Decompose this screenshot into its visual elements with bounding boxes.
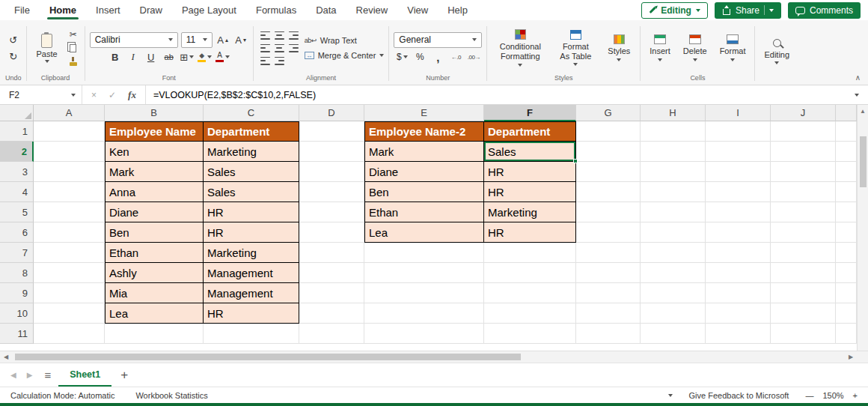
merge-center-button[interactable]: ↔ Merge & Center	[305, 49, 385, 62]
cell-B1[interactable]: Employee Name	[105, 121, 204, 142]
cell-G11[interactable]	[576, 324, 641, 344]
wrap-text-button[interactable]: ab↩ Wrap Text	[305, 34, 385, 47]
increase-font-size-button[interactable]: A▴	[216, 33, 230, 47]
cell-B6[interactable]: Ben	[105, 222, 204, 243]
scroll-right-icon[interactable]: ▶	[845, 351, 857, 363]
row-header-6[interactable]: 6	[0, 222, 34, 243]
cell-I8[interactable]	[706, 263, 771, 283]
cell-F5[interactable]: Marketing	[484, 202, 576, 222]
zoom-in-button[interactable]: +	[853, 391, 858, 400]
cell-A5[interactable]	[34, 202, 105, 222]
copy-button[interactable]	[67, 42, 80, 55]
cell-C5[interactable]: HR	[204, 202, 299, 222]
menu-tab-insert[interactable]: Insert	[86, 0, 130, 20]
cell-A1[interactable]	[34, 121, 105, 142]
cell-D9[interactable]	[299, 283, 364, 303]
name-box[interactable]: F2	[0, 85, 82, 104]
previous-sheet-icon[interactable]: ◀	[6, 363, 21, 387]
currency-format-button[interactable]: $	[394, 50, 409, 64]
cell-D2[interactable]	[299, 142, 364, 162]
cell-E8[interactable]	[364, 263, 484, 283]
strikethrough-button[interactable]: ab	[162, 50, 177, 64]
decrease-decimal-button[interactable]: .00→	[466, 50, 481, 64]
row-header-5[interactable]: 5	[0, 202, 34, 222]
cell-D6[interactable]	[299, 222, 364, 243]
cell-A4[interactable]	[34, 182, 105, 202]
bold-button[interactable]: B	[108, 50, 123, 64]
row-header-10[interactable]: 10	[0, 303, 34, 324]
cell-I2[interactable]	[706, 142, 771, 162]
cell-G3[interactable]	[576, 162, 641, 182]
number-format-select[interactable]: General	[394, 32, 482, 48]
cell-I6[interactable]	[706, 222, 771, 243]
cell-D4[interactable]	[299, 182, 364, 202]
cell-I11[interactable]	[706, 324, 771, 344]
cell-F1[interactable]: Department	[484, 121, 576, 142]
cell-C11[interactable]	[204, 324, 299, 344]
cell-E4[interactable]: Ben	[364, 182, 484, 202]
column-header-H[interactable]: H	[641, 105, 706, 121]
cell-G1[interactable]	[576, 121, 641, 142]
cell-B5[interactable]: Diane	[105, 202, 204, 222]
cell-H1[interactable]	[641, 121, 706, 142]
format-painter-button[interactable]	[67, 55, 80, 68]
cell-I5[interactable]	[706, 202, 771, 222]
cell-J10[interactable]	[771, 303, 836, 324]
cell-J5[interactable]	[771, 202, 836, 222]
cell-H4[interactable]	[641, 182, 706, 202]
column-header-E[interactable]: E	[364, 105, 484, 121]
cell-E1[interactable]: Employee Name-2	[364, 121, 484, 142]
row-header-9[interactable]: 9	[0, 283, 34, 303]
font-color-button[interactable]: A	[216, 50, 230, 64]
all-sheets-menu-icon[interactable]: ≡	[38, 363, 57, 387]
cell-E6[interactable]: Lea	[364, 222, 484, 243]
cell-B7[interactable]: Ethan	[105, 243, 204, 263]
feedback-link[interactable]: Give Feedback to Microsoft	[689, 391, 789, 400]
cell-I1[interactable]	[706, 121, 771, 142]
menu-tab-formulas[interactable]: Formulas	[246, 0, 306, 20]
cell-J2[interactable]	[771, 142, 836, 162]
cell-F9[interactable]	[484, 283, 576, 303]
cell-D5[interactable]	[299, 202, 364, 222]
editing-mode-button[interactable]: Editing	[641, 2, 708, 19]
cell-I4[interactable]	[706, 182, 771, 202]
cell-C9[interactable]: Management	[204, 283, 299, 303]
cell-C7[interactable]: Marketing	[204, 243, 299, 263]
cell-C4[interactable]: Sales	[204, 182, 299, 202]
delete-cells-button[interactable]: Delete	[679, 33, 712, 63]
cell-F3[interactable]: HR	[484, 162, 576, 182]
collapse-ribbon-button[interactable]: ∧	[855, 73, 861, 82]
format-cells-button[interactable]: Format	[715, 33, 751, 63]
menu-tab-page-layout[interactable]: Page Layout	[172, 0, 246, 20]
row-header-3[interactable]: 3	[0, 162, 34, 182]
cell-C10[interactable]: HR	[204, 303, 299, 324]
column-header-J[interactable]: J	[771, 105, 836, 121]
cell-styles-button[interactable]: Styles	[602, 33, 635, 63]
column-header-I[interactable]: I	[706, 105, 771, 121]
cell-B4[interactable]: Anna	[105, 182, 204, 202]
align-right-button[interactable]	[289, 44, 299, 52]
cell-G6[interactable]	[576, 222, 641, 243]
align-center-button[interactable]	[275, 44, 284, 52]
column-header-B[interactable]: B	[105, 105, 204, 121]
sheet-tab-sheet1[interactable]: Sheet1	[58, 363, 111, 387]
cell-A2[interactable]	[34, 142, 105, 162]
cell-A8[interactable]	[34, 263, 105, 283]
align-bottom-button[interactable]	[289, 31, 299, 40]
horizontal-scroll-thumb[interactable]	[15, 354, 521, 360]
column-header-A[interactable]: A	[34, 105, 105, 121]
cell-I7[interactable]	[706, 243, 771, 263]
cell-J4[interactable]	[771, 182, 836, 202]
fill-handle[interactable]	[573, 159, 578, 163]
increase-decimal-button[interactable]: ←.0	[448, 50, 463, 64]
underline-button[interactable]: U	[144, 50, 159, 64]
cell-H2[interactable]	[641, 142, 706, 162]
cell-D10[interactable]	[299, 303, 364, 324]
calculation-mode-status[interactable]: Calculation Mode: Automatic	[10, 391, 114, 400]
confirm-entry-icon[interactable]: ✓	[103, 90, 122, 100]
column-header-D[interactable]: D	[299, 105, 364, 121]
format-as-table-button[interactable]: Format As Table	[552, 28, 599, 67]
cell-F6[interactable]: HR	[484, 222, 576, 243]
cell-A11[interactable]	[34, 324, 105, 344]
zoom-out-button[interactable]: —	[805, 391, 813, 400]
